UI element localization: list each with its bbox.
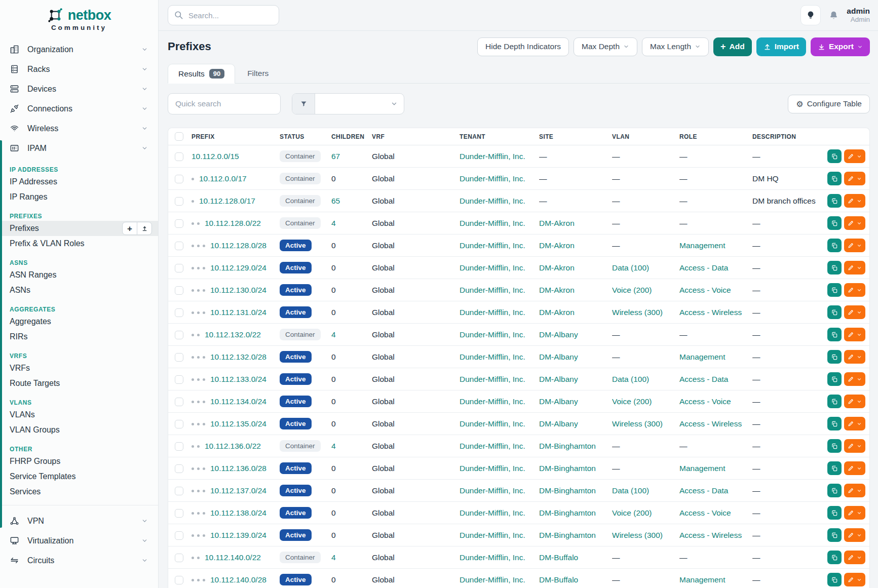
edit-dropdown-toggle[interactable] bbox=[857, 444, 862, 449]
column-header-status[interactable]: STATUS bbox=[280, 128, 331, 145]
max-depth-dropdown[interactable]: Max Depth bbox=[574, 37, 637, 56]
sidebar-item-connections[interactable]: Connections bbox=[0, 99, 158, 119]
export-button[interactable]: Export bbox=[811, 37, 870, 56]
tenant-link[interactable]: Dunder-Mifflin, Inc. bbox=[460, 508, 525, 517]
row-checkbox[interactable] bbox=[175, 175, 183, 183]
prefix-link[interactable]: 10.112.140.0/28 bbox=[210, 575, 266, 584]
prefix-link[interactable]: 10.112.138.0/24 bbox=[210, 508, 266, 517]
column-header-role[interactable]: ROLE bbox=[679, 128, 752, 145]
tenant-link[interactable]: Dunder-Mifflin, Inc. bbox=[460, 553, 525, 562]
row-checkbox[interactable] bbox=[175, 286, 183, 295]
row-checkbox[interactable] bbox=[175, 331, 183, 339]
role-link[interactable]: Management bbox=[679, 241, 725, 250]
children-count[interactable]: 4 bbox=[331, 553, 336, 562]
site-link[interactable]: DM-Albany bbox=[539, 397, 578, 406]
edit-dropdown-toggle[interactable] bbox=[857, 154, 862, 159]
edit-dropdown-toggle[interactable] bbox=[857, 265, 862, 270]
vlan-link[interactable]: Voice (200) bbox=[612, 286, 652, 294]
search-input[interactable] bbox=[168, 5, 279, 25]
copy-button[interactable] bbox=[827, 283, 842, 297]
edit-dropdown-toggle[interactable] bbox=[857, 243, 862, 248]
site-link[interactable]: DM-Binghamton bbox=[539, 442, 596, 450]
prefix-link[interactable]: 10.112.133.0/24 bbox=[210, 375, 266, 383]
sidebar-item-rirs[interactable]: RIRs bbox=[0, 329, 158, 344]
import-button[interactable]: Import bbox=[756, 37, 806, 56]
sidebar-item-organization[interactable]: Organization bbox=[0, 40, 158, 59]
edit-button[interactable] bbox=[844, 350, 865, 364]
site-link[interactable]: DM-Albany bbox=[539, 375, 578, 383]
sidebar-item-circuits[interactable]: Circuits bbox=[0, 551, 158, 570]
hide-depth-indicators-button[interactable]: Hide Depth Indicators bbox=[477, 37, 569, 56]
configure-table-button[interactable]: ⚙ Configure Table bbox=[788, 95, 870, 113]
edit-button[interactable] bbox=[844, 372, 865, 386]
add-button[interactable]: + Add bbox=[713, 37, 752, 56]
tenant-link[interactable]: Dunder-Mifflin, Inc. bbox=[460, 464, 525, 473]
copy-button[interactable] bbox=[827, 551, 842, 564]
role-link[interactable]: Management bbox=[679, 464, 725, 473]
quick-search-input[interactable] bbox=[168, 93, 281, 114]
site-link[interactable]: DM-Akron bbox=[539, 219, 575, 227]
sidebar-item-services[interactable]: Services bbox=[0, 484, 158, 499]
edit-button[interactable] bbox=[844, 328, 865, 341]
prefix-link[interactable]: 10.112.128.0/17 bbox=[199, 197, 255, 205]
site-link[interactable]: DM-Akron bbox=[539, 286, 575, 294]
sidebar-item-vpn[interactable]: VPN bbox=[0, 511, 158, 531]
sidebar-item-virtualization[interactable]: Virtualization bbox=[0, 531, 158, 551]
site-link[interactable]: DM-Binghamton bbox=[539, 464, 596, 473]
sidebar-item-ip-addresses[interactable]: IP Addresses bbox=[0, 174, 158, 189]
vlan-link[interactable]: Data (100) bbox=[612, 263, 649, 272]
edit-dropdown-toggle[interactable] bbox=[857, 355, 862, 360]
prefix-link[interactable]: 10.112.132.0/28 bbox=[210, 352, 266, 361]
site-link[interactable]: DM-Binghamton bbox=[539, 531, 596, 539]
edit-dropdown-toggle[interactable] bbox=[857, 221, 862, 226]
theme-toggle-button[interactable] bbox=[800, 5, 821, 25]
copy-button[interactable] bbox=[827, 417, 842, 430]
row-checkbox[interactable] bbox=[175, 308, 183, 317]
prefix-link[interactable]: 10.112.136.0/28 bbox=[210, 464, 266, 473]
copy-button[interactable] bbox=[827, 261, 842, 275]
copy-button[interactable] bbox=[827, 328, 842, 341]
column-header-vlan[interactable]: VLAN bbox=[612, 128, 679, 145]
edit-button[interactable] bbox=[844, 417, 865, 430]
edit-dropdown-toggle[interactable] bbox=[857, 577, 862, 582]
sidebar-item-vlan-groups[interactable]: VLAN Groups bbox=[0, 422, 158, 438]
children-count[interactable]: 67 bbox=[331, 152, 340, 161]
role-link[interactable]: Access - Data bbox=[679, 263, 728, 272]
row-checkbox[interactable] bbox=[175, 464, 183, 473]
edit-button[interactable] bbox=[844, 216, 865, 230]
site-link[interactable]: DM-Akron bbox=[539, 308, 575, 317]
sidebar-item-fhrp-groups[interactable]: FHRP Groups bbox=[0, 454, 158, 469]
vlan-link[interactable]: Data (100) bbox=[612, 486, 649, 495]
column-header-tenant[interactable]: TENANT bbox=[460, 128, 539, 145]
vlan-link[interactable]: Wireless (300) bbox=[612, 531, 663, 539]
row-checkbox[interactable] bbox=[175, 442, 183, 451]
edit-button[interactable] bbox=[844, 506, 865, 520]
edit-dropdown-toggle[interactable] bbox=[857, 533, 862, 538]
children-count[interactable]: 65 bbox=[331, 197, 340, 205]
copy-button[interactable] bbox=[827, 573, 842, 586]
copy-button[interactable] bbox=[827, 528, 842, 542]
role-link[interactable]: Access - Voice bbox=[679, 397, 731, 406]
site-link[interactable]: DM-Albany bbox=[539, 352, 578, 361]
role-link[interactable]: Access - Data bbox=[679, 486, 728, 495]
select-all-checkbox[interactable] bbox=[175, 132, 183, 141]
edit-dropdown-toggle[interactable] bbox=[857, 332, 862, 337]
column-header-description[interactable]: DESCRIPTION bbox=[752, 128, 827, 145]
quick-add-button[interactable]: + bbox=[122, 222, 137, 235]
tenant-link[interactable]: Dunder-Mifflin, Inc. bbox=[460, 197, 525, 205]
edit-button[interactable] bbox=[844, 484, 865, 497]
copy-button[interactable] bbox=[827, 305, 842, 319]
edit-button[interactable] bbox=[844, 528, 865, 542]
sidebar-item-aggregates[interactable]: Aggregates bbox=[0, 314, 158, 329]
row-checkbox[interactable] bbox=[175, 197, 183, 206]
site-link[interactable]: DM-Akron bbox=[539, 263, 575, 272]
edit-button[interactable] bbox=[844, 283, 865, 297]
role-link[interactable]: Access - Wireless bbox=[679, 531, 742, 539]
edit-button[interactable] bbox=[844, 439, 865, 453]
row-checkbox[interactable] bbox=[175, 554, 183, 562]
tenant-link[interactable]: Dunder-Mifflin, Inc. bbox=[460, 263, 525, 272]
vlan-link[interactable]: Wireless (300) bbox=[612, 419, 663, 428]
edit-button[interactable] bbox=[844, 149, 865, 163]
row-checkbox[interactable] bbox=[175, 219, 183, 228]
row-checkbox[interactable] bbox=[175, 398, 183, 406]
